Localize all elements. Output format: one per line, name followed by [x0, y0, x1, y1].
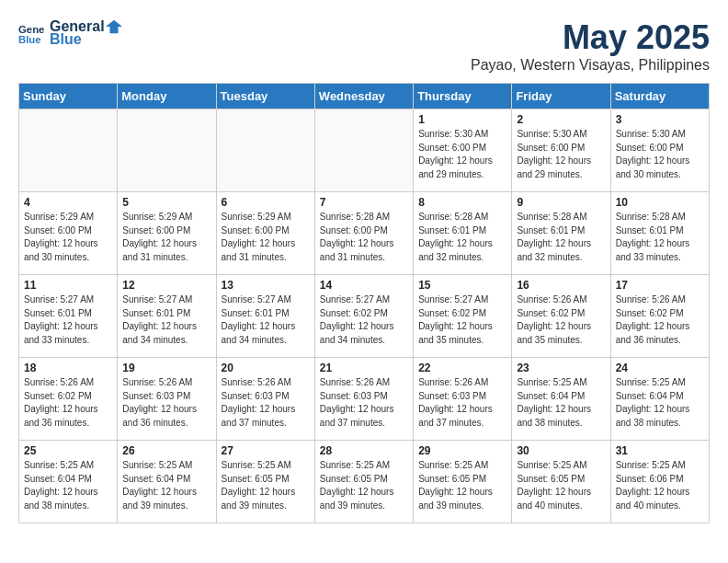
day-number: 17 — [616, 279, 704, 292]
calendar-cell: 5Sunrise: 5:29 AMSunset: 6:00 PMDaylight… — [118, 192, 216, 275]
day-number: 26 — [122, 444, 210, 457]
day-info: Sunrise: 5:27 AMSunset: 6:01 PMDaylight:… — [222, 293, 310, 347]
day-info: Sunrise: 5:26 AMSunset: 6:02 PMDaylight:… — [517, 293, 605, 347]
col-header-thursday: Thursday — [414, 84, 512, 109]
calendar-cell: 25Sunrise: 5:25 AMSunset: 6:04 PMDayligh… — [19, 441, 118, 523]
day-info: Sunrise: 5:27 AMSunset: 6:01 PMDaylight:… — [122, 293, 210, 347]
calendar-cell: 18Sunrise: 5:26 AMSunset: 6:02 PMDayligh… — [19, 358, 118, 441]
day-number: 6 — [222, 196, 310, 209]
day-info: Sunrise: 5:25 AMSunset: 6:04 PMDaylight:… — [122, 459, 210, 512]
location-subtitle: Payao, Western Visayas, Philippines — [471, 57, 710, 74]
calendar-table: SundayMondayTuesdayWednesdayThursdayFrid… — [18, 83, 710, 523]
day-info: Sunrise: 5:25 AMSunset: 6:04 PMDaylight:… — [616, 376, 704, 430]
calendar-cell: 6Sunrise: 5:29 AMSunset: 6:00 PMDaylight… — [216, 192, 314, 275]
day-number: 12 — [122, 279, 210, 292]
col-header-friday: Friday — [512, 84, 610, 109]
calendar-week-row: 4Sunrise: 5:29 AMSunset: 6:00 PMDaylight… — [19, 192, 710, 275]
calendar-cell — [314, 109, 413, 192]
calendar-cell: 26Sunrise: 5:25 AMSunset: 6:04 PMDayligh… — [118, 441, 216, 523]
day-info: Sunrise: 5:28 AMSunset: 6:01 PMDaylight:… — [517, 211, 605, 264]
calendar-cell: 11Sunrise: 5:27 AMSunset: 6:01 PMDayligh… — [19, 275, 118, 358]
calendar-cell: 21Sunrise: 5:26 AMSunset: 6:03 PMDayligh… — [314, 358, 413, 441]
day-info: Sunrise: 5:25 AMSunset: 6:04 PMDaylight:… — [24, 459, 112, 512]
day-number: 11 — [24, 279, 112, 292]
calendar-cell: 30Sunrise: 5:25 AMSunset: 6:05 PMDayligh… — [512, 441, 610, 523]
day-info: Sunrise: 5:29 AMSunset: 6:00 PMDaylight:… — [222, 211, 310, 264]
calendar-cell: 14Sunrise: 5:27 AMSunset: 6:02 PMDayligh… — [314, 275, 413, 358]
calendar-week-row: 18Sunrise: 5:26 AMSunset: 6:02 PMDayligh… — [19, 358, 710, 441]
calendar-week-row: 25Sunrise: 5:25 AMSunset: 6:04 PMDayligh… — [19, 441, 710, 523]
day-info: Sunrise: 5:26 AMSunset: 6:03 PMDaylight:… — [222, 376, 310, 430]
calendar-cell: 19Sunrise: 5:26 AMSunset: 6:03 PMDayligh… — [118, 358, 216, 441]
month-title: May 2025 — [471, 18, 710, 57]
day-number: 7 — [320, 196, 408, 209]
calendar-cell: 17Sunrise: 5:26 AMSunset: 6:02 PMDayligh… — [610, 275, 709, 358]
day-number: 16 — [517, 279, 605, 292]
day-info: Sunrise: 5:29 AMSunset: 6:00 PMDaylight:… — [24, 211, 112, 264]
calendar-cell: 15Sunrise: 5:27 AMSunset: 6:02 PMDayligh… — [414, 275, 512, 358]
day-number: 19 — [122, 362, 210, 374]
calendar-cell: 4Sunrise: 5:29 AMSunset: 6:00 PMDaylight… — [19, 192, 118, 275]
calendar-cell: 7Sunrise: 5:28 AMSunset: 6:00 PMDaylight… — [314, 192, 413, 275]
day-number: 24 — [616, 362, 704, 374]
logo-icon: General Blue — [18, 20, 44, 46]
calendar-cell: 31Sunrise: 5:25 AMSunset: 6:06 PMDayligh… — [610, 441, 709, 523]
day-info: Sunrise: 5:25 AMSunset: 6:05 PMDaylight:… — [222, 459, 310, 512]
day-number: 30 — [517, 444, 605, 457]
day-number: 23 — [517, 362, 605, 374]
day-number: 10 — [616, 196, 704, 209]
day-number: 28 — [320, 444, 408, 457]
calendar-cell: 12Sunrise: 5:27 AMSunset: 6:01 PMDayligh… — [118, 275, 216, 358]
day-number: 3 — [616, 113, 704, 126]
col-header-sunday: Sunday — [19, 84, 118, 109]
calendar-cell: 16Sunrise: 5:26 AMSunset: 6:02 PMDayligh… — [512, 275, 610, 358]
day-number: 13 — [222, 279, 310, 292]
day-info: Sunrise: 5:29 AMSunset: 6:00 PMDaylight:… — [122, 211, 210, 264]
day-number: 18 — [24, 362, 112, 374]
day-info: Sunrise: 5:26 AMSunset: 6:03 PMDaylight:… — [122, 376, 210, 430]
day-number: 2 — [517, 113, 605, 126]
day-number: 1 — [418, 113, 506, 126]
calendar-week-row: 11Sunrise: 5:27 AMSunset: 6:01 PMDayligh… — [19, 275, 710, 358]
day-info: Sunrise: 5:27 AMSunset: 6:02 PMDaylight:… — [320, 293, 408, 347]
col-header-monday: Monday — [118, 84, 216, 109]
col-header-saturday: Saturday — [610, 84, 709, 109]
day-info: Sunrise: 5:28 AMSunset: 6:01 PMDaylight:… — [616, 211, 704, 264]
day-info: Sunrise: 5:30 AMSunset: 6:00 PMDaylight:… — [418, 128, 506, 181]
calendar-cell — [19, 109, 118, 192]
day-info: Sunrise: 5:25 AMSunset: 6:05 PMDaylight:… — [517, 459, 605, 512]
calendar-cell: 27Sunrise: 5:25 AMSunset: 6:05 PMDayligh… — [216, 441, 314, 523]
day-info: Sunrise: 5:25 AMSunset: 6:04 PMDaylight:… — [517, 376, 605, 430]
day-number: 20 — [222, 362, 310, 374]
day-info: Sunrise: 5:26 AMSunset: 6:02 PMDaylight:… — [24, 376, 112, 430]
calendar-cell: 10Sunrise: 5:28 AMSunset: 6:01 PMDayligh… — [610, 192, 709, 275]
calendar-cell: 13Sunrise: 5:27 AMSunset: 6:01 PMDayligh… — [216, 275, 314, 358]
day-number: 27 — [222, 444, 310, 457]
calendar-cell: 28Sunrise: 5:25 AMSunset: 6:05 PMDayligh… — [314, 441, 413, 523]
day-number: 9 — [517, 196, 605, 209]
day-info: Sunrise: 5:25 AMSunset: 6:05 PMDaylight:… — [418, 459, 506, 512]
logo-blue: Blue — [50, 31, 122, 48]
col-header-wednesday: Wednesday — [314, 84, 413, 109]
calendar-cell: 2Sunrise: 5:30 AMSunset: 6:00 PMDaylight… — [512, 109, 610, 192]
day-number: 8 — [418, 196, 506, 209]
day-number: 29 — [418, 444, 506, 457]
day-info: Sunrise: 5:28 AMSunset: 6:01 PMDaylight:… — [418, 211, 506, 264]
calendar-cell: 23Sunrise: 5:25 AMSunset: 6:04 PMDayligh… — [512, 358, 610, 441]
day-info: Sunrise: 5:27 AMSunset: 6:02 PMDaylight:… — [418, 293, 506, 347]
title-area: May 2025 Payao, Western Visayas, Philipp… — [471, 18, 710, 74]
calendar-cell — [216, 109, 314, 192]
day-info: Sunrise: 5:27 AMSunset: 6:01 PMDaylight:… — [24, 293, 112, 347]
calendar-cell: 9Sunrise: 5:28 AMSunset: 6:01 PMDaylight… — [512, 192, 610, 275]
day-number: 21 — [320, 362, 408, 374]
day-number: 4 — [24, 196, 112, 209]
svg-text:Blue: Blue — [18, 34, 41, 45]
day-number: 22 — [418, 362, 506, 374]
day-info: Sunrise: 5:26 AMSunset: 6:02 PMDaylight:… — [616, 293, 704, 347]
calendar-header-row: SundayMondayTuesdayWednesdayThursdayFrid… — [19, 84, 710, 109]
calendar-cell — [118, 109, 216, 192]
day-number: 14 — [320, 279, 408, 292]
calendar-cell: 1Sunrise: 5:30 AMSunset: 6:00 PMDaylight… — [414, 109, 512, 192]
calendar-cell: 24Sunrise: 5:25 AMSunset: 6:04 PMDayligh… — [610, 358, 709, 441]
day-info: Sunrise: 5:26 AMSunset: 6:03 PMDaylight:… — [320, 376, 408, 430]
